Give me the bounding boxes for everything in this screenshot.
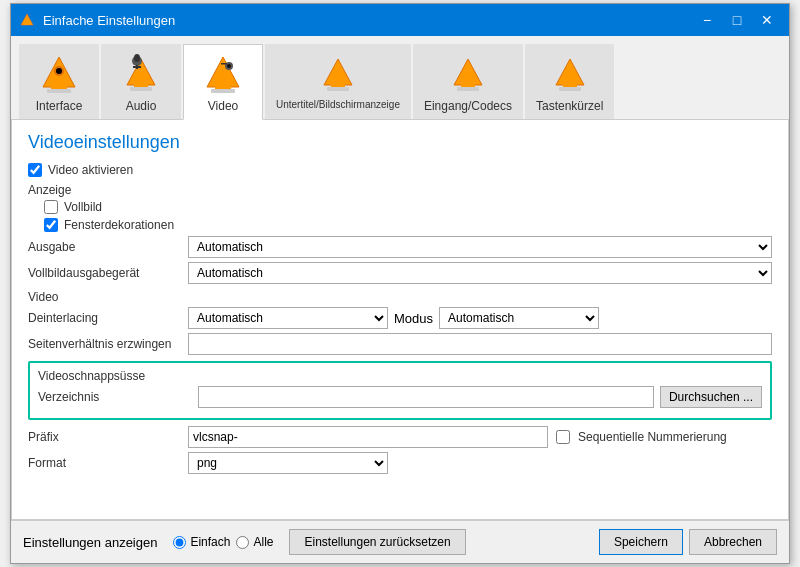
page-title: Videoeinstellungen xyxy=(28,132,772,153)
deinterlacing-label: Deinterlacing xyxy=(28,311,188,325)
window-decorations-row: Fensterdekorationen xyxy=(44,218,772,232)
radio-group: Einfach Alle xyxy=(173,535,273,549)
video-section-label: Video xyxy=(28,290,772,304)
ausgabe-select[interactable]: Automatisch xyxy=(188,236,772,258)
prafx-row: Präfix Sequentielle Nummerierung xyxy=(28,426,772,448)
format-field-wrapper: png xyxy=(188,452,772,474)
svg-marker-26 xyxy=(556,59,584,85)
vollbild-row: Vollbildausgabegerät Automatisch xyxy=(28,262,772,284)
footer: Einstellungen anzeigen Einfach Alle Eins… xyxy=(11,520,789,563)
radio-alle-label: Alle xyxy=(253,535,273,549)
modus-select[interactable]: Automatisch xyxy=(439,307,599,329)
svg-rect-1 xyxy=(24,23,30,25)
prafx-label: Präfix xyxy=(28,430,188,444)
snapshots-section: Videoschnappsüsse Verzeichnis Durchsuche… xyxy=(28,361,772,420)
svg-rect-21 xyxy=(331,83,345,87)
seq-num-label: Sequentielle Nummerierung xyxy=(578,430,738,444)
einstellungen-label: Einstellungen anzeigen xyxy=(23,535,157,550)
seitenverh-input[interactable] xyxy=(188,333,772,355)
svg-rect-28 xyxy=(559,87,581,91)
svg-point-11 xyxy=(134,54,140,62)
format-select[interactable]: png xyxy=(188,452,388,474)
ausgabe-row: Ausgabe Automatisch xyxy=(28,236,772,258)
tab-audio[interactable]: Audio xyxy=(101,44,181,119)
seitenverh-row: Seitenverhältnis erzwingen xyxy=(28,333,772,355)
minimize-button[interactable]: − xyxy=(693,10,721,30)
verzeichnis-row: Verzeichnis Durchsuchen ... xyxy=(38,386,762,408)
svg-point-18 xyxy=(227,64,231,68)
verzeichnis-label: Verzeichnis xyxy=(38,390,198,404)
audio-icon xyxy=(117,51,165,99)
durchsuchen-button[interactable]: Durchsuchen ... xyxy=(660,386,762,408)
radio-alle: Alle xyxy=(236,535,273,549)
nav-tabs: Interface Audio xyxy=(11,36,789,120)
vollbild-label: Vollbildausgabegerät xyxy=(28,266,188,280)
footer-left: Einstellungen anzeigen Einfach Alle Eins… xyxy=(23,529,589,555)
codecs-icon xyxy=(444,51,492,99)
tab-codecs[interactable]: Eingang/Codecs xyxy=(413,44,523,119)
snapshots-label: Videoschnappsüsse xyxy=(38,369,762,383)
svg-rect-25 xyxy=(457,87,479,91)
hotkeys-icon xyxy=(546,51,594,99)
display-section-label: Anzeige xyxy=(28,183,772,197)
tab-video[interactable]: Video xyxy=(183,44,263,120)
fullscreen-label: Vollbild xyxy=(64,200,102,214)
fullscreen-checkbox[interactable] xyxy=(44,200,58,214)
maximize-button[interactable]: □ xyxy=(723,10,751,30)
video-enable-label: Video aktivieren xyxy=(48,163,133,177)
vollbild-select[interactable]: Automatisch xyxy=(188,262,772,284)
svg-rect-24 xyxy=(461,83,475,87)
radio-einfach-input[interactable] xyxy=(173,536,186,549)
video-enable-checkbox[interactable] xyxy=(28,163,42,177)
window-decorations-checkbox[interactable] xyxy=(44,218,58,232)
radio-einfach-label: Einfach xyxy=(190,535,230,549)
tab-hotkeys[interactable]: Tastenkürzel xyxy=(525,44,614,119)
deinterlacing-controls: Automatisch Modus Automatisch xyxy=(188,307,772,329)
modus-label: Modus xyxy=(394,311,433,326)
verzeichnis-input[interactable] xyxy=(198,386,654,408)
format-row: Format png xyxy=(28,452,772,474)
fullscreen-row: Vollbild xyxy=(44,200,772,214)
tab-hotkeys-label: Tastenkürzel xyxy=(536,99,603,113)
tab-video-label: Video xyxy=(208,99,238,113)
video-enable-row: Video aktivieren xyxy=(28,163,772,177)
footer-buttons: Speichern Abbrechen xyxy=(599,529,777,555)
save-button[interactable]: Speichern xyxy=(599,529,683,555)
window-title: Einfache Einstellungen xyxy=(43,13,693,28)
window-decorations-label: Fensterdekorationen xyxy=(64,218,174,232)
svg-rect-16 xyxy=(211,89,235,93)
verzeichnis-controls: Durchsuchen ... xyxy=(198,386,762,408)
radio-einfach: Einfach xyxy=(173,535,230,549)
tab-audio-label: Audio xyxy=(126,99,157,113)
vollbild-field-wrapper: Automatisch xyxy=(188,262,772,284)
prafx-controls: Sequentielle Nummerierung xyxy=(188,426,772,448)
svg-rect-27 xyxy=(563,83,577,87)
svg-marker-23 xyxy=(454,59,482,85)
interface-icon xyxy=(35,51,83,99)
prafx-input[interactable] xyxy=(188,426,548,448)
cancel-button[interactable]: Abbrechen xyxy=(689,529,777,555)
seitenverh-field-wrapper xyxy=(188,333,772,355)
format-label: Format xyxy=(28,456,188,470)
ausgabe-field-wrapper: Automatisch xyxy=(188,236,772,258)
close-button[interactable]: ✕ xyxy=(753,10,781,30)
window-controls: − □ ✕ xyxy=(693,10,781,30)
reset-button[interactable]: Einstellungen zurücksetzen xyxy=(289,529,465,555)
svg-marker-14 xyxy=(207,57,239,87)
seq-num-checkbox[interactable] xyxy=(556,430,570,444)
tab-subtitles-label: Untertitel/Bildschirmanzeige xyxy=(276,99,400,110)
video-icon xyxy=(199,51,247,99)
svg-rect-22 xyxy=(327,87,349,91)
deinterlacing-select[interactable]: Automatisch xyxy=(188,307,388,329)
svg-rect-19 xyxy=(221,63,227,65)
app-icon xyxy=(19,12,35,28)
tab-codecs-label: Eingang/Codecs xyxy=(424,99,512,113)
content-area: Videoeinstellungen Video aktivieren Anze… xyxy=(11,120,789,520)
seitenverh-label: Seitenverhältnis erzwingen xyxy=(28,337,188,351)
tab-interface[interactable]: Interface xyxy=(19,44,99,119)
main-window: Einfache Einstellungen − □ ✕ Interface xyxy=(10,3,790,564)
subtitles-icon xyxy=(314,51,362,99)
tab-interface-label: Interface xyxy=(36,99,83,113)
tab-subtitles[interactable]: Untertitel/Bildschirmanzeige xyxy=(265,44,411,119)
radio-alle-input[interactable] xyxy=(236,536,249,549)
